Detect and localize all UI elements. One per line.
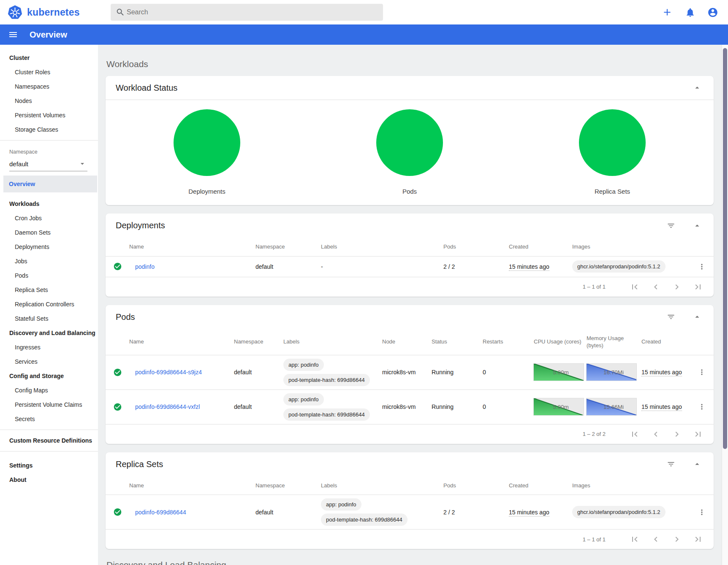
sidebar-item-cron-jobs[interactable]: Cron Jobs <box>0 211 98 225</box>
filter-icon <box>667 313 675 321</box>
scrollbar-thumb[interactable] <box>723 48 727 449</box>
column-header-images: Images <box>572 238 690 256</box>
sidebar-item-deployments[interactable]: Deployments <box>0 240 98 254</box>
label-chip: app: podinfo <box>283 359 324 371</box>
column-header-namespace: Namespace <box>234 333 283 351</box>
sidebar-item-stateful-sets[interactable]: Stateful Sets <box>0 311 98 326</box>
next-page-button[interactable] <box>671 534 682 545</box>
sidebar-item-namespaces[interactable]: Namespaces <box>0 79 98 94</box>
column-header-restarts: Restarts <box>483 333 534 351</box>
column-header-pods: Pods <box>443 476 509 495</box>
namespace-select[interactable]: default <box>9 158 87 171</box>
column-header-created: Created <box>641 333 690 351</box>
arrow-up-icon <box>693 460 702 469</box>
collapse-card-button[interactable] <box>692 311 703 322</box>
page-title: Overview <box>30 30 67 40</box>
cell-created: 15 minutes ago <box>641 403 682 411</box>
pod-name-link[interactable]: podinfo-699d86644-vxfzl <box>135 403 200 410</box>
prev-page-button[interactable] <box>650 534 661 545</box>
search-icon <box>116 8 125 17</box>
search-bar[interactable] <box>111 4 383 21</box>
sidebar-item-overview[interactable]: Overview <box>3 176 97 192</box>
hamburger-menu-button[interactable] <box>8 29 19 40</box>
sidebar-item-secrets[interactable]: Secrets <box>0 412 98 426</box>
kubernetes-logo[interactable]: kubernetes <box>0 5 111 20</box>
table-row: podinfo-699d86644-s9jz4 default app: pod… <box>106 355 714 390</box>
first-page-button[interactable] <box>629 429 640 440</box>
scrollbar-track[interactable] <box>722 45 728 565</box>
row-menu-button[interactable] <box>696 507 707 518</box>
sidebar-item-custom-resource-definitions[interactable]: Custom Resource Definitions <box>0 433 98 448</box>
row-menu-button[interactable] <box>696 401 707 412</box>
deployment-name-link[interactable]: podinfo <box>135 263 155 270</box>
kebab-icon <box>698 368 706 376</box>
sidebar-item-settings[interactable]: Settings <box>0 458 98 473</box>
first-page-icon <box>630 282 640 292</box>
chart-label-replica-sets: Replica Sets <box>595 188 630 195</box>
replica-set-name-link[interactable]: podinfo-699d86644 <box>135 509 186 516</box>
image-chip: ghcr.io/stefanprodan/podinfo:5.1.2 <box>572 260 666 273</box>
collapse-card-button[interactable] <box>692 82 703 93</box>
deployments-table-header: Name Namespace Labels Pods Created Image… <box>106 238 714 257</box>
kebab-icon <box>698 508 706 516</box>
filter-button[interactable] <box>666 311 676 322</box>
prev-page-button[interactable] <box>650 429 661 440</box>
user-menu-button[interactable] <box>707 7 718 18</box>
search-input[interactable] <box>127 8 378 16</box>
sidebar-item-discovery[interactable]: Discovery and Load Balancing <box>0 326 98 340</box>
prev-page-button[interactable] <box>650 281 661 292</box>
row-menu-button[interactable] <box>696 367 707 378</box>
first-page-icon <box>630 429 640 439</box>
first-page-button[interactable] <box>629 281 640 292</box>
pods-status-chart: Pods <box>308 109 511 195</box>
sidebar-item-about[interactable]: About <box>0 473 98 487</box>
sidebar-item-replication-controllers[interactable]: Replication Controllers <box>0 297 98 311</box>
sidebar-item-daemon-sets[interactable]: Daemon Sets <box>0 225 98 240</box>
sidebar-item-nodes[interactable]: Nodes <box>0 94 98 108</box>
sidebar-item-storage-classes[interactable]: Storage Classes <box>0 122 98 137</box>
namespace-label: Namespace <box>0 144 98 158</box>
create-resource-button[interactable] <box>662 7 673 18</box>
sidebar-item-pods[interactable]: Pods <box>0 268 98 283</box>
sidebar-item-replica-sets[interactable]: Replica Sets <box>0 283 98 297</box>
chevron-right-icon <box>672 282 682 292</box>
sidebar-item-persistent-volume-claims[interactable]: Persistent Volume Claims <box>0 397 98 412</box>
check-circle-icon <box>113 368 122 377</box>
collapse-card-button[interactable] <box>692 459 703 470</box>
chevron-right-icon <box>672 534 682 544</box>
next-page-button[interactable] <box>671 281 682 292</box>
column-header-name: Name <box>129 333 234 351</box>
sidebar-item-services[interactable]: Services <box>0 354 98 369</box>
next-page-button[interactable] <box>671 429 682 440</box>
collapse-card-button[interactable] <box>692 220 703 231</box>
sidebar-item-config-storage[interactable]: Config and Storage <box>0 369 98 383</box>
last-page-button[interactable] <box>693 281 704 292</box>
table-row: podinfo-699d86644-vxfzl default app: pod… <box>106 390 714 424</box>
sidebar-item-jobs[interactable]: Jobs <box>0 254 98 268</box>
sidebar-item-ingresses[interactable]: Ingresses <box>0 340 98 354</box>
pagination-range: 1 – 2 of 2 <box>583 431 606 437</box>
first-page-button[interactable] <box>629 534 640 545</box>
sidebar-item-persistent-volumes[interactable]: Persistent Volumes <box>0 108 98 122</box>
cell-pods: 2 / 2 <box>443 263 509 270</box>
sidebar-item-config-maps[interactable]: Config Maps <box>0 383 98 397</box>
sidebar-item-cluster[interactable]: Cluster <box>0 51 98 65</box>
filter-button[interactable] <box>666 220 676 231</box>
pod-name-link[interactable]: podinfo-699d86644-s9jz4 <box>135 369 202 376</box>
plus-icon <box>662 7 673 18</box>
label-chip: app: podinfo <box>321 498 361 511</box>
row-menu-button[interactable] <box>696 261 707 272</box>
sidebar-item-cluster-roles[interactable]: Cluster Roles <box>0 65 98 79</box>
column-header-name: Name <box>129 476 255 495</box>
notifications-button[interactable] <box>685 7 695 18</box>
cell-namespace: default <box>255 263 321 270</box>
last-page-button[interactable] <box>693 534 704 545</box>
namespace-value: default <box>9 160 28 168</box>
kebab-icon <box>698 262 706 271</box>
last-page-button[interactable] <box>693 429 704 440</box>
chart-label-deployments: Deployments <box>188 188 225 195</box>
sidebar-item-workloads[interactable]: Workloads <box>0 197 98 211</box>
cell-restarts: 0 <box>483 369 534 376</box>
filter-button[interactable] <box>666 459 676 470</box>
cell-created: 15 minutes ago <box>641 369 682 376</box>
